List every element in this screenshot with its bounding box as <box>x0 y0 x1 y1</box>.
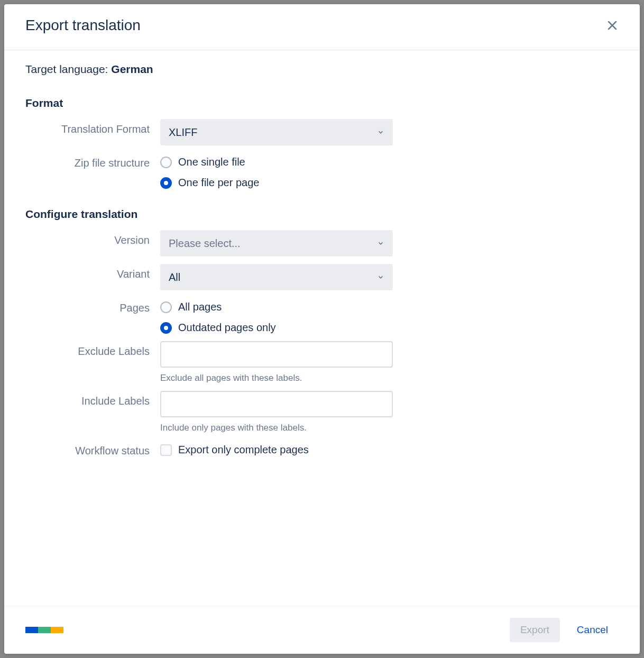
footer-buttons: Export Cancel <box>510 618 619 642</box>
translation-format-row: Translation Format XLIFF <box>25 119 619 145</box>
zip-structure-label: Zip file structure <box>25 153 160 169</box>
zip-structure-radio-group: One single file One file per page <box>160 153 393 189</box>
zip-option-single[interactable]: One single file <box>160 156 393 168</box>
version-row: Version Please select... <box>25 230 619 257</box>
variant-label: Variant <box>25 264 160 280</box>
chevron-down-icon <box>377 273 384 281</box>
modal-body: Target language: German Format Translati… <box>4 50 640 606</box>
zip-option-per-page[interactable]: One file per page <box>160 177 393 189</box>
chevron-down-icon <box>377 129 384 136</box>
configure-section: Configure translation Version Please sel… <box>25 208 619 457</box>
radio-icon <box>160 301 172 313</box>
include-labels-help: Include only pages with these labels. <box>160 423 393 433</box>
modal-footer: Export Cancel <box>4 606 640 654</box>
workflow-status-checkbox-label: Export only complete pages <box>178 444 309 456</box>
translation-format-select[interactable]: XLIFF <box>160 119 393 145</box>
exclude-labels-label: Exclude Labels <box>25 341 160 358</box>
pages-label: Pages <box>25 298 160 314</box>
pages-option-outdated[interactable]: Outdated pages only <box>160 322 393 334</box>
version-placeholder: Please select... <box>169 237 241 250</box>
include-labels-label: Include Labels <box>25 391 160 407</box>
version-select[interactable]: Please select... <box>160 230 393 257</box>
pages-option-all[interactable]: All pages <box>160 301 393 313</box>
chevron-down-icon <box>377 240 384 247</box>
radio-checked-icon <box>160 322 172 334</box>
export-button[interactable]: Export <box>510 618 560 642</box>
variant-value: All <box>169 271 180 284</box>
pages-option-outdated-label: Outdated pages only <box>178 322 276 334</box>
format-section-title: Format <box>25 97 619 109</box>
pages-row: Pages All pages Outdated pages only <box>25 298 619 334</box>
exclude-labels-help: Exclude all pages with these labels. <box>160 373 393 383</box>
close-icon[interactable] <box>606 19 619 32</box>
configure-section-title: Configure translation <box>25 208 619 221</box>
zip-structure-row: Zip file structure One single file One f… <box>25 153 619 189</box>
translation-format-value: XLIFF <box>169 126 197 139</box>
variant-row: Variant All <box>25 264 619 290</box>
cancel-button[interactable]: Cancel <box>566 618 619 642</box>
exclude-labels-row: Exclude Labels Exclude all pages with th… <box>25 341 619 383</box>
include-labels-row: Include Labels Include only pages with t… <box>25 391 619 433</box>
modal-header: Export translation <box>4 4 640 50</box>
format-section: Format Translation Format XLIFF Zip file… <box>25 97 619 189</box>
target-language-label: Target language: <box>25 63 111 75</box>
pages-option-all-label: All pages <box>178 301 222 313</box>
workflow-status-label: Workflow status <box>25 441 160 457</box>
zip-option-single-label: One single file <box>178 156 245 168</box>
exclude-labels-input[interactable] <box>160 341 393 368</box>
modal-title: Export translation <box>25 17 141 34</box>
zip-option-per-page-label: One file per page <box>178 177 259 189</box>
pages-radio-group: All pages Outdated pages only <box>160 298 393 334</box>
export-translation-modal: Export translation Target language: Germ… <box>4 4 640 654</box>
workflow-status-row: Workflow status Export only complete pag… <box>25 441 619 457</box>
translation-format-label: Translation Format <box>25 119 160 135</box>
target-language-row: Target language: German <box>25 63 619 76</box>
target-language-value: German <box>111 63 153 75</box>
radio-icon <box>160 157 172 168</box>
radio-checked-icon <box>160 177 172 189</box>
workflow-status-checkbox-option[interactable]: Export only complete pages <box>160 441 393 456</box>
include-labels-input[interactable] <box>160 391 393 417</box>
brand-logo-strip <box>25 627 63 633</box>
checkbox-icon <box>160 444 172 456</box>
variant-select[interactable]: All <box>160 264 393 290</box>
version-label: Version <box>25 230 160 246</box>
